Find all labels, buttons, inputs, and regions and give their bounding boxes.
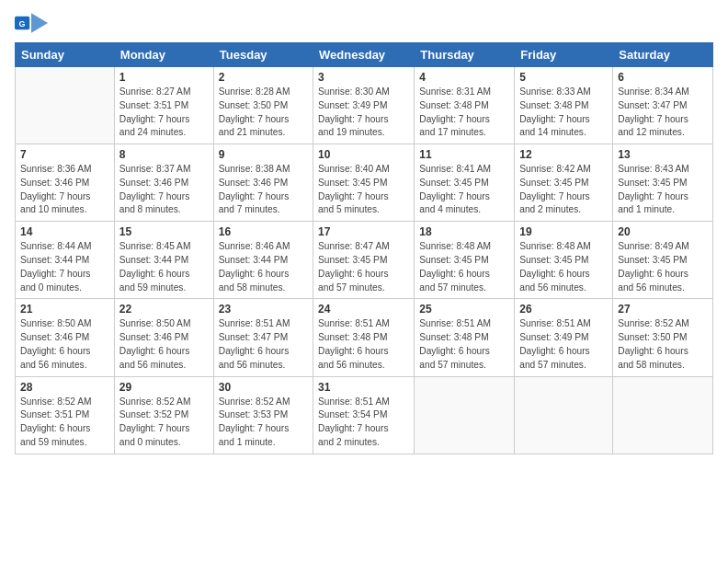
day-number: 15 [119,225,209,238]
day-info: Sunrise: 8:48 AM Sunset: 3:45 PM Dayligh… [419,240,509,294]
day-cell [16,67,115,144]
day-info: Sunrise: 8:40 AM Sunset: 3:45 PM Dayligh… [318,163,409,217]
weekday-thursday: Thursday [415,43,515,67]
svg-text:G: G [19,19,26,29]
week-row-4: 28Sunrise: 8:52 AM Sunset: 3:51 PM Dayli… [16,376,713,454]
day-cell: 12Sunrise: 8:42 AM Sunset: 3:45 PM Dayli… [515,144,613,222]
weekday-tuesday: Tuesday [213,43,313,67]
day-info: Sunrise: 8:34 AM Sunset: 3:47 PM Dayligh… [618,86,708,140]
logo: G [15,13,51,35]
day-info: Sunrise: 8:42 AM Sunset: 3:45 PM Dayligh… [519,163,608,217]
day-number: 1 [119,71,209,84]
page: G SundayMondayTuesdayWednesdayThursdayFr… [0,0,728,563]
day-info: Sunrise: 8:31 AM Sunset: 3:48 PM Dayligh… [419,86,509,140]
day-cell: 27Sunrise: 8:52 AM Sunset: 3:50 PM Dayli… [613,299,713,376]
day-number: 11 [419,148,509,161]
day-cell: 22Sunrise: 8:50 AM Sunset: 3:46 PM Dayli… [114,299,213,376]
day-cell [613,376,713,454]
day-info: Sunrise: 8:36 AM Sunset: 3:46 PM Dayligh… [20,163,109,217]
day-number: 25 [419,303,509,316]
day-cell: 16Sunrise: 8:46 AM Sunset: 3:44 PM Dayli… [213,222,313,299]
day-info: Sunrise: 8:52 AM Sunset: 3:53 PM Dayligh… [219,396,308,450]
day-info: Sunrise: 8:27 AM Sunset: 3:51 PM Dayligh… [119,86,209,140]
day-cell: 25Sunrise: 8:51 AM Sunset: 3:48 PM Dayli… [415,299,515,376]
week-row-2: 14Sunrise: 8:44 AM Sunset: 3:44 PM Dayli… [16,222,713,299]
day-info: Sunrise: 8:52 AM Sunset: 3:51 PM Dayligh… [20,396,109,450]
day-number: 7 [20,148,109,161]
day-cell: 18Sunrise: 8:48 AM Sunset: 3:45 PM Dayli… [415,222,515,299]
day-cell: 23Sunrise: 8:51 AM Sunset: 3:47 PM Dayli… [213,299,313,376]
day-cell: 4Sunrise: 8:31 AM Sunset: 3:48 PM Daylig… [415,67,515,144]
day-cell: 28Sunrise: 8:52 AM Sunset: 3:51 PM Dayli… [16,376,115,454]
day-number: 16 [219,225,308,238]
day-info: Sunrise: 8:47 AM Sunset: 3:45 PM Dayligh… [318,240,409,294]
day-cell: 10Sunrise: 8:40 AM Sunset: 3:45 PM Dayli… [313,144,415,222]
weekday-saturday: Saturday [613,43,713,67]
day-info: Sunrise: 8:30 AM Sunset: 3:49 PM Dayligh… [318,86,409,140]
day-info: Sunrise: 8:46 AM Sunset: 3:44 PM Dayligh… [219,240,308,294]
week-row-0: 1Sunrise: 8:27 AM Sunset: 3:51 PM Daylig… [16,67,713,144]
day-number: 14 [20,225,109,238]
day-number: 31 [318,381,409,394]
day-cell: 3Sunrise: 8:30 AM Sunset: 3:49 PM Daylig… [313,67,415,144]
day-cell: 7Sunrise: 8:36 AM Sunset: 3:46 PM Daylig… [16,144,115,222]
day-cell: 9Sunrise: 8:38 AM Sunset: 3:46 PM Daylig… [213,144,313,222]
day-number: 9 [219,148,308,161]
day-info: Sunrise: 8:38 AM Sunset: 3:46 PM Dayligh… [219,163,308,217]
day-cell: 13Sunrise: 8:43 AM Sunset: 3:45 PM Dayli… [613,144,713,222]
day-number: 13 [618,148,708,161]
day-info: Sunrise: 8:52 AM Sunset: 3:50 PM Dayligh… [618,317,708,372]
day-cell: 6Sunrise: 8:34 AM Sunset: 3:47 PM Daylig… [613,67,713,144]
day-number: 18 [419,225,509,238]
day-number: 24 [318,303,409,316]
day-number: 2 [219,71,308,84]
week-row-1: 7Sunrise: 8:36 AM Sunset: 3:46 PM Daylig… [16,144,713,222]
day-number: 19 [519,225,608,238]
day-cell: 11Sunrise: 8:41 AM Sunset: 3:45 PM Dayli… [415,144,515,222]
day-cell: 8Sunrise: 8:37 AM Sunset: 3:46 PM Daylig… [114,144,213,222]
day-number: 3 [318,71,409,84]
weekday-header-row: SundayMondayTuesdayWednesdayThursdayFrid… [16,43,713,67]
day-number: 6 [618,71,708,84]
weekday-sunday: Sunday [16,43,115,67]
day-cell: 26Sunrise: 8:51 AM Sunset: 3:49 PM Dayli… [515,299,613,376]
day-cell: 15Sunrise: 8:45 AM Sunset: 3:44 PM Dayli… [114,222,213,299]
day-info: Sunrise: 8:50 AM Sunset: 3:46 PM Dayligh… [20,317,109,372]
day-number: 5 [519,71,608,84]
day-cell: 17Sunrise: 8:47 AM Sunset: 3:45 PM Dayli… [313,222,415,299]
day-cell: 2Sunrise: 8:28 AM Sunset: 3:50 PM Daylig… [213,67,313,144]
week-row-3: 21Sunrise: 8:50 AM Sunset: 3:46 PM Dayli… [16,299,713,376]
day-info: Sunrise: 8:51 AM Sunset: 3:48 PM Dayligh… [419,317,509,372]
day-cell: 31Sunrise: 8:51 AM Sunset: 3:54 PM Dayli… [313,376,415,454]
day-cell: 19Sunrise: 8:48 AM Sunset: 3:45 PM Dayli… [515,222,613,299]
day-cell: 30Sunrise: 8:52 AM Sunset: 3:53 PM Dayli… [213,376,313,454]
day-info: Sunrise: 8:51 AM Sunset: 3:49 PM Dayligh… [519,317,608,372]
day-info: Sunrise: 8:51 AM Sunset: 3:54 PM Dayligh… [318,396,409,450]
day-info: Sunrise: 8:49 AM Sunset: 3:45 PM Dayligh… [618,240,708,294]
day-info: Sunrise: 8:52 AM Sunset: 3:52 PM Dayligh… [119,396,209,450]
day-number: 27 [618,303,708,316]
day-info: Sunrise: 8:28 AM Sunset: 3:50 PM Dayligh… [219,86,308,140]
day-number: 23 [219,303,308,316]
day-number: 4 [419,71,509,84]
day-number: 22 [119,303,209,316]
day-cell: 21Sunrise: 8:50 AM Sunset: 3:46 PM Dayli… [16,299,115,376]
day-number: 20 [618,225,708,238]
day-info: Sunrise: 8:43 AM Sunset: 3:45 PM Dayligh… [618,163,708,217]
weekday-friday: Friday [515,43,613,67]
day-info: Sunrise: 8:48 AM Sunset: 3:45 PM Dayligh… [519,240,608,294]
day-info: Sunrise: 8:45 AM Sunset: 3:44 PM Dayligh… [119,240,209,294]
day-number: 28 [20,381,109,394]
day-number: 10 [318,148,409,161]
day-number: 29 [119,381,209,394]
svg-marker-2 [31,13,48,33]
day-cell [515,376,613,454]
day-number: 21 [20,303,109,316]
day-number: 12 [519,148,608,161]
day-cell: 24Sunrise: 8:51 AM Sunset: 3:48 PM Dayli… [313,299,415,376]
logo-icon: G [15,13,48,33]
day-info: Sunrise: 8:41 AM Sunset: 3:45 PM Dayligh… [419,163,509,217]
day-info: Sunrise: 8:44 AM Sunset: 3:44 PM Dayligh… [20,240,109,294]
day-number: 17 [318,225,409,238]
day-info: Sunrise: 8:33 AM Sunset: 3:48 PM Dayligh… [519,86,608,140]
